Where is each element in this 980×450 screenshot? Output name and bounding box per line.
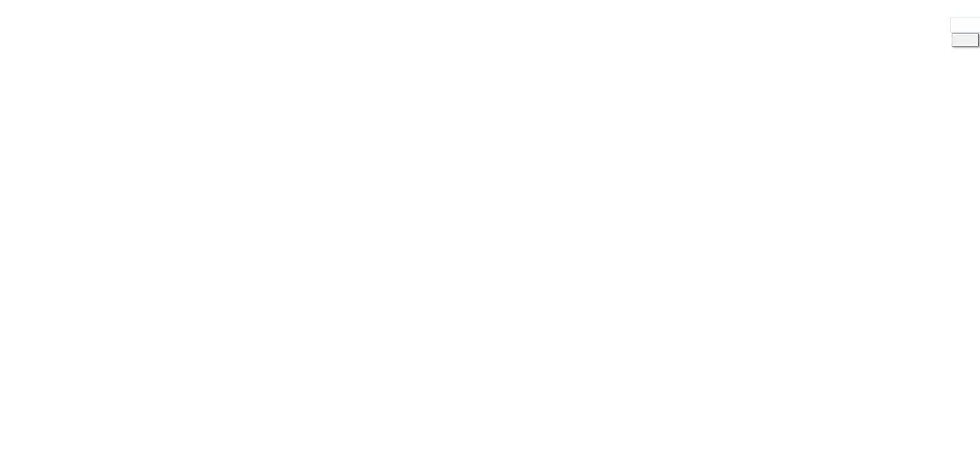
start-button[interactable] [952,34,979,46]
chart-canvas[interactable] [0,0,980,450]
overlay-panel-titlebar[interactable] [951,18,980,32]
chart-window [0,0,980,450]
macd-indicator-label [6,331,15,338]
overlay-panel [951,18,980,46]
chart-title [4,2,12,9]
